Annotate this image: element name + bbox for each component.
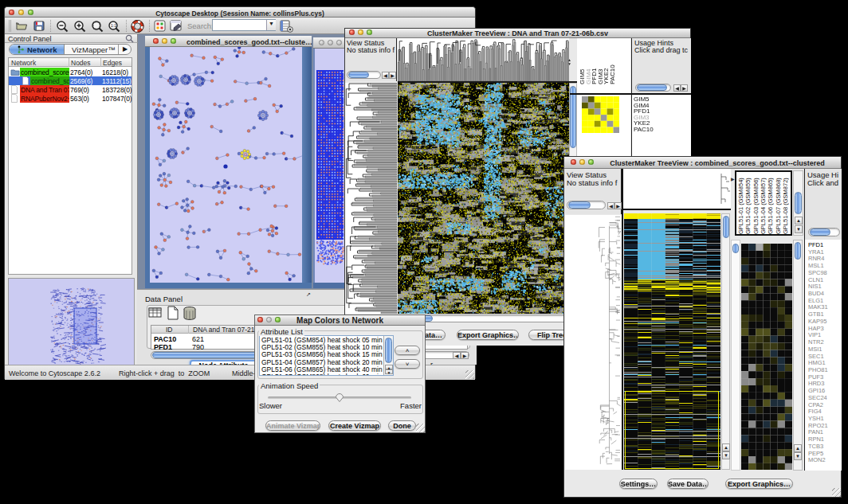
svg-text:1:1: 1:1 bbox=[111, 23, 116, 28]
